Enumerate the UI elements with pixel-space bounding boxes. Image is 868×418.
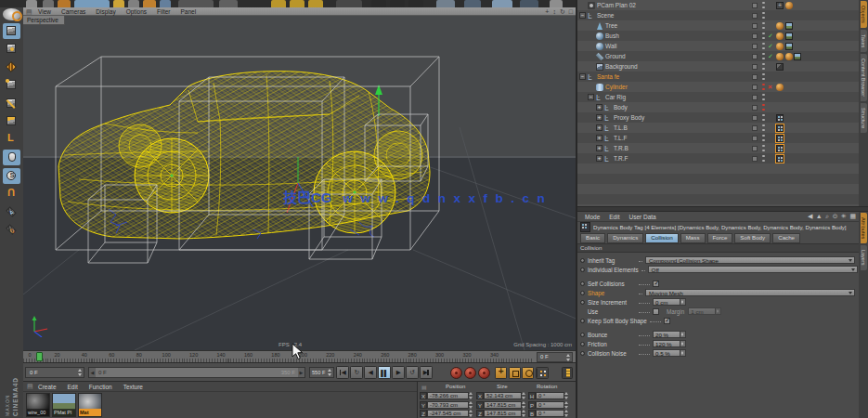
playhead[interactable] [36, 352, 43, 361]
step-forward-button[interactable]: ▶ [392, 366, 405, 379]
perspective-view-tab[interactable]: Perspective [23, 16, 65, 25]
layer-chip[interactable] [752, 33, 758, 39]
current-frame-field[interactable]: 0 F [537, 352, 573, 362]
viewport-canvas[interactable]: 技巴CG www.qdnxxfb.cn FPS : 2.4 Grid Spaci… [23, 16, 576, 350]
margin-field[interactable]: 1 cm [688, 307, 721, 316]
bounce-field[interactable]: 20 % [653, 331, 686, 339]
object-row-santa-fe[interactable]: Santa fe [577, 72, 859, 82]
tab-force[interactable]: Force [707, 233, 733, 243]
visibility-dots[interactable] [762, 135, 765, 142]
material-menu-function[interactable]: Function [89, 384, 112, 390]
coordinate-field[interactable]: 0 ° [536, 401, 564, 409]
expander-minus-icon[interactable] [579, 12, 586, 19]
visibility-dots[interactable] [762, 53, 765, 60]
forward-icon[interactable]: ▲ [816, 212, 823, 221]
keyframe-dot[interactable] [580, 258, 585, 263]
keyframe-dot[interactable] [580, 268, 585, 272]
coordinate-field[interactable]: -70.793 cm [427, 401, 469, 409]
toggle-view-icon[interactable]: □ [569, 7, 573, 16]
goto-start-button[interactable]: ◀ [336, 366, 349, 379]
tab-mass[interactable]: Mass [680, 233, 706, 243]
disabled-cross-icon[interactable] [768, 82, 772, 92]
material-thumbnail[interactable]: PMat Pl [52, 393, 76, 417]
layer-chip[interactable] [752, 23, 758, 29]
axis-mode-icon[interactable] [3, 132, 20, 148]
enabled-check-icon[interactable] [768, 51, 773, 61]
expander-minus-icon[interactable] [588, 94, 594, 100]
tab-collision[interactable]: Collision [645, 233, 678, 243]
keyframe-dot[interactable] [580, 333, 585, 337]
keyframe-dot[interactable] [580, 342, 585, 346]
expander-plus-icon[interactable] [596, 155, 602, 162]
object-row-body[interactable]: Body [577, 102, 859, 112]
self-collisions-checkbox[interactable] [653, 281, 659, 287]
rotate-icon[interactable]: ↻ [560, 7, 565, 16]
shape-dropdown[interactable]: Moving Mesh [645, 289, 855, 297]
texture-tag-icon[interactable] [785, 22, 793, 30]
individual-elements-dropdown[interactable]: Off [648, 266, 858, 274]
texture-tag-icon[interactable] [785, 33, 793, 40]
spinner-arrows[interactable] [522, 401, 526, 409]
visibility-dots[interactable] [762, 12, 765, 20]
polygons-mode-icon[interactable] [3, 113, 20, 129]
start-frame-field[interactable]: 0 F [25, 367, 84, 378]
visibility-dots[interactable] [762, 145, 765, 152]
spinner-arrows[interactable] [564, 401, 569, 409]
object-row-t-l-f[interactable]: T.L.F [577, 133, 859, 143]
phong-tag-icon[interactable] [776, 22, 784, 30]
visibility-dots[interactable] [762, 73, 765, 81]
dock-tab-takes[interactable]: Takes [861, 30, 867, 52]
spinner-arrows[interactable] [469, 392, 473, 399]
edges-mode-icon[interactable] [3, 96, 20, 111]
viewport-menu-cameras[interactable]: Cameras [61, 8, 85, 15]
magnet-icon[interactable] [3, 186, 20, 202]
tab-basic[interactable]: Basic [580, 233, 605, 243]
step-back-button[interactable]: ◀ [364, 366, 377, 379]
dynamics-tag-icon[interactable] [776, 135, 784, 142]
dynamics-tag-icon[interactable] [776, 114, 784, 122]
layer-chip[interactable] [752, 136, 758, 141]
layer-chip[interactable] [752, 74, 758, 80]
object-row-pcam-plan-02[interactable]: PCam Plan 02 [577, 0, 859, 10]
record-rotation-toggle[interactable] [522, 367, 534, 379]
play-loop-button[interactable]: ↺ [406, 366, 419, 379]
spinner-arrows[interactable] [680, 331, 686, 339]
expander-minus-icon[interactable] [579, 73, 586, 80]
menu-grip-icon[interactable]: ▤ [26, 7, 32, 16]
visibility-dots[interactable] [762, 104, 765, 111]
visibility-dots[interactable] [762, 94, 765, 101]
autokey-button[interactable] [464, 367, 476, 379]
texture-dark-tag-icon[interactable] [776, 63, 784, 71]
coordinate-field[interactable]: 147.815 cm [484, 401, 522, 409]
object-row-car-rig[interactable]: Car Rig [577, 92, 859, 102]
visibility-dots[interactable] [762, 114, 765, 122]
zoom-icon[interactable]: ↕ [552, 7, 556, 16]
object-row-tree[interactable]: Tree [577, 20, 859, 31]
expander-plus-icon[interactable] [596, 124, 602, 131]
object-row-scene[interactable]: Scene [577, 10, 859, 20]
keyframe-dot[interactable] [580, 300, 585, 305]
keyframe-dot[interactable] [580, 351, 585, 356]
layer-chip[interactable] [752, 54, 758, 59]
layer-chip[interactable] [752, 85, 758, 90]
snap-icon[interactable] [3, 168, 20, 184]
object-row-proxy-body[interactable]: Proxy Body [577, 112, 859, 123]
workplane-icon[interactable] [3, 204, 20, 220]
range-right-handle[interactable]: ▶ [298, 368, 304, 377]
points-mode-icon[interactable] [3, 77, 20, 93]
spinner-arrows[interactable] [78, 369, 83, 376]
material-menu-create[interactable]: Create [38, 384, 57, 390]
tab-dynamics[interactable]: Dynamics [607, 233, 643, 243]
texture-tag-icon[interactable] [794, 53, 801, 60]
layer-chip[interactable] [752, 13, 758, 19]
attribute-menu-mode[interactable]: Mode [585, 214, 600, 220]
workplane-mode-icon[interactable] [3, 222, 20, 238]
phong-tag-icon[interactable] [776, 84, 784, 91]
dock-tab-layers[interactable]: Layers [861, 245, 867, 270]
material-thumbnail[interactable]: Mat [78, 393, 102, 417]
friction-field[interactable]: 120 % [653, 340, 686, 348]
frame-ruler[interactable]: 0204060801001201401601802002202402602803… [23, 351, 534, 362]
spinner-arrows[interactable] [469, 410, 473, 417]
dynamics-tag-icon[interactable] [776, 145, 784, 152]
expander-plus-icon[interactable] [596, 104, 602, 111]
